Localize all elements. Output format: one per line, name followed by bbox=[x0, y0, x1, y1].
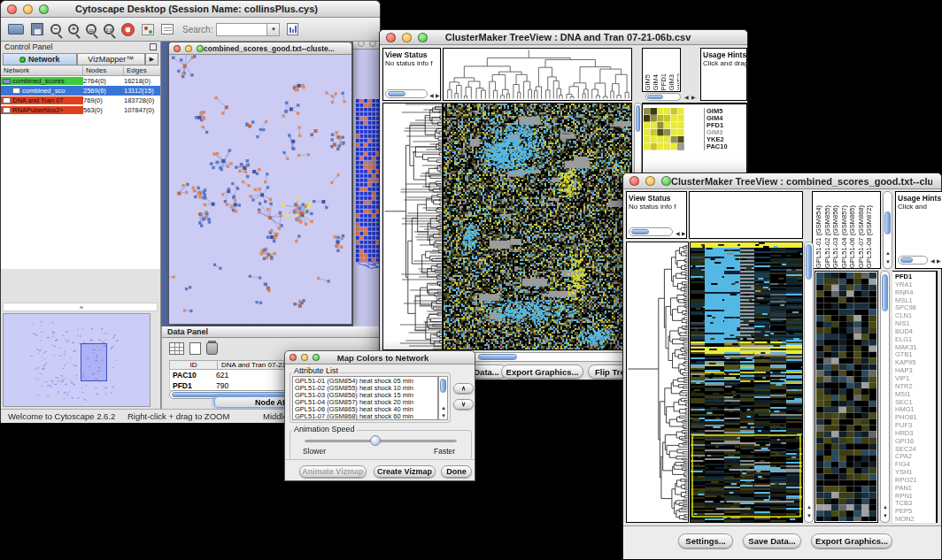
scrollbar-thumb[interactable] bbox=[806, 244, 812, 280]
scrollbar-thumb[interactable] bbox=[440, 379, 446, 393]
row-dendrogram-canvas[interactable] bbox=[383, 104, 442, 349]
scroll-down-arrow-icon[interactable]: ▼ bbox=[883, 513, 888, 518]
zoom-heatmap-canvas[interactable] bbox=[816, 272, 876, 521]
scroll-up-arrow-icon[interactable]: ▲ bbox=[807, 504, 812, 510]
hscrollbar[interactable] bbox=[629, 227, 673, 236]
column-dendrogram-panel[interactable] bbox=[689, 191, 803, 239]
network-list-row[interactable]: DNA and Tran 07 769(0) 183728(0) bbox=[1, 96, 160, 105]
zoom-button[interactable] bbox=[39, 4, 49, 14]
minimize-button[interactable] bbox=[369, 42, 376, 47]
vizmap-icon[interactable] bbox=[142, 24, 154, 35]
gene-label[interactable]: PAC10 bbox=[706, 143, 728, 150]
scrollbar-thumb[interactable] bbox=[900, 257, 913, 263]
table-mode-icon[interactable] bbox=[169, 342, 184, 355]
zoom-button[interactable] bbox=[661, 176, 671, 186]
tab-vizmapper[interactable]: VizMapper™ bbox=[77, 53, 146, 65]
move-down-button[interactable]: ∨ bbox=[453, 399, 474, 410]
hscrollbar[interactable] bbox=[898, 256, 928, 265]
report-icon[interactable] bbox=[287, 23, 298, 35]
scroll-left-arrow-icon[interactable]: ◀ bbox=[684, 95, 689, 100]
zoom-button[interactable] bbox=[313, 354, 320, 361]
scroll-down-arrow-icon[interactable]: ▼ bbox=[807, 513, 812, 518]
open-file-icon[interactable] bbox=[8, 24, 24, 35]
annotation-icon[interactable] bbox=[161, 24, 174, 35]
zoom-heatmap-canvas[interactable] bbox=[644, 108, 684, 150]
label-hscrollbar[interactable] bbox=[645, 93, 681, 101]
move-up-button[interactable]: ∧ bbox=[453, 383, 474, 394]
close-button[interactable] bbox=[629, 176, 639, 186]
gene-label[interactable]: MON2 bbox=[895, 516, 936, 523]
delete-attribute-trash-icon[interactable] bbox=[206, 342, 218, 355]
zoom-view-panel[interactable] bbox=[815, 271, 878, 523]
network-list-row[interactable]: RNAPuberNov2+ 563(0) 107847(0) bbox=[1, 105, 160, 115]
scroll-down-arrow-icon[interactable]: ▼ bbox=[441, 413, 446, 418]
heatmap-canvas[interactable] bbox=[444, 104, 631, 349]
scrollbar-thumb[interactable] bbox=[884, 211, 891, 234]
network-list-row[interactable]: combined_scores 2764(0) 16218(0) bbox=[1, 76, 160, 86]
heatmap-vscrollbar[interactable]: ▲ ▼ bbox=[804, 242, 814, 523]
scroll-left-arrow-icon[interactable]: ◀ bbox=[676, 231, 680, 236]
scroll-up-arrow-icon[interactable]: ▲ bbox=[885, 250, 891, 256]
row-dendrogram-canvas[interactable] bbox=[627, 242, 688, 522]
scroll-left-arrow-icon[interactable]: ◀ bbox=[429, 93, 434, 98]
create-vizmap-button[interactable]: Create Vizmap bbox=[374, 465, 436, 478]
tab-network[interactable]: Network bbox=[3, 53, 77, 65]
scroll-left-arrow-icon[interactable]: ◀ bbox=[930, 258, 935, 264]
birdseye-view[interactable] bbox=[3, 313, 151, 407]
scroll-up-arrow-icon[interactable]: ▲ bbox=[883, 504, 888, 510]
animation-slider-thumb[interactable] bbox=[370, 435, 381, 446]
minimize-button[interactable] bbox=[402, 33, 412, 42]
scrollbar-thumb[interactable] bbox=[478, 354, 517, 360]
dense-network-canvas[interactable] bbox=[356, 99, 382, 269]
animation-slider-track[interactable] bbox=[305, 440, 457, 442]
column-dendrogram-panel[interactable] bbox=[443, 48, 632, 101]
help-lifering-icon[interactable] bbox=[121, 23, 135, 36]
animate-vizmap-button[interactable]: Animate Vizmap bbox=[299, 465, 367, 478]
zoom-button[interactable] bbox=[197, 45, 204, 52]
network-list-row[interactable]: combined_sco 2569(6) 13112(15) bbox=[1, 86, 160, 96]
scrollbar-thumb[interactable] bbox=[636, 105, 640, 132]
float-panel-icon[interactable] bbox=[150, 43, 157, 50]
minimize-button[interactable] bbox=[185, 45, 192, 52]
hscrollbar[interactable] bbox=[385, 89, 428, 98]
panel-splitter[interactable] bbox=[3, 303, 158, 311]
close-button[interactable] bbox=[386, 33, 396, 42]
heatmap-canvas[interactable] bbox=[691, 242, 802, 522]
close-button[interactable] bbox=[174, 45, 181, 52]
genelist-vscrollbar[interactable]: ▲ ▼ bbox=[880, 271, 890, 523]
zoom-selected-icon[interactable]: ▭ bbox=[86, 24, 97, 35]
scroll-down-arrow-icon[interactable]: ▼ bbox=[885, 259, 891, 265]
tab-overflow-arrow[interactable]: ▶ bbox=[145, 53, 158, 65]
scroll-right-arrow-icon[interactable]: ▶ bbox=[436, 93, 440, 98]
labels-vscrollbar[interactable]: ▲ ▼ bbox=[883, 191, 892, 269]
scroll-right-arrow-icon[interactable]: ▶ bbox=[691, 95, 696, 100]
save-icon[interactable] bbox=[31, 23, 43, 35]
id-column-header[interactable]: ID bbox=[169, 360, 218, 370]
minimize-button[interactable] bbox=[301, 354, 308, 361]
birdseye-canvas[interactable] bbox=[4, 314, 150, 406]
scroll-right-arrow-icon[interactable]: ▶ bbox=[682, 231, 686, 236]
zoom-in-icon[interactable]: + bbox=[68, 24, 79, 35]
heatmap-panel[interactable] bbox=[443, 103, 632, 350]
heatmap-panel[interactable] bbox=[690, 242, 803, 523]
attribute-list-vscrollbar[interactable]: ▲ ▼ bbox=[438, 376, 448, 420]
close-button[interactable] bbox=[358, 42, 365, 47]
save-data-button[interactable]: Save Data... bbox=[743, 533, 801, 548]
export-graphics-button[interactable]: Export Graphics... bbox=[811, 533, 892, 548]
zoom-out-icon[interactable]: − bbox=[50, 24, 61, 35]
close-button[interactable] bbox=[7, 4, 17, 14]
row-dendrogram-panel[interactable] bbox=[382, 103, 443, 350]
minimize-button[interactable] bbox=[23, 4, 33, 14]
settings-button[interactable]: Settings... bbox=[678, 533, 733, 548]
scrollbar-thumb[interactable] bbox=[882, 274, 888, 311]
scrollbar-thumb[interactable] bbox=[388, 91, 405, 96]
minimize-button[interactable] bbox=[645, 176, 655, 186]
zoom-button[interactable] bbox=[418, 33, 428, 42]
column-dendrogram-canvas[interactable] bbox=[444, 49, 631, 100]
scroll-up-arrow-icon[interactable]: ▲ bbox=[441, 405, 446, 410]
scroll-right-arrow-icon[interactable]: ▶ bbox=[937, 258, 941, 264]
network-graph-canvas[interactable] bbox=[169, 55, 351, 323]
attribute-list[interactable]: GPL51-01 (GSM854) heat shock 05 minGPL51… bbox=[292, 376, 438, 420]
scrollbar-thumb[interactable] bbox=[631, 229, 649, 234]
new-attribute-icon[interactable] bbox=[189, 342, 201, 355]
